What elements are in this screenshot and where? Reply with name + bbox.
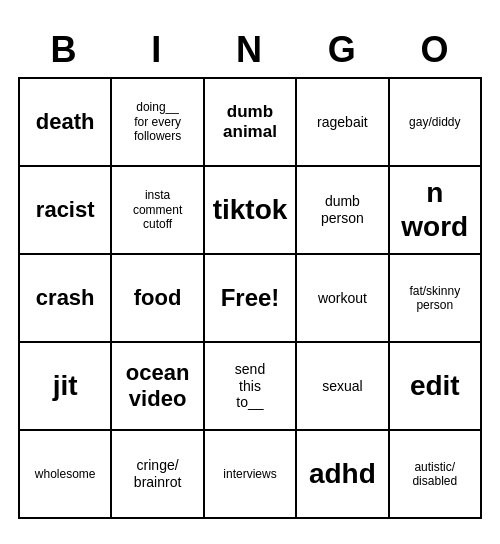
cell-content: crash bbox=[36, 285, 95, 311]
cell-content: Free! bbox=[221, 284, 280, 313]
bingo-cell: ragebait bbox=[297, 79, 389, 167]
cell-content: dumb animal bbox=[223, 102, 277, 143]
cell-content: n word bbox=[401, 176, 468, 243]
cell-content: death bbox=[36, 109, 95, 135]
bingo-cell: dumb person bbox=[297, 167, 389, 255]
header-letter: B bbox=[18, 25, 111, 77]
bingo-cell: fat/skinny person bbox=[390, 255, 482, 343]
cell-content: send this to__ bbox=[235, 361, 265, 411]
bingo-cell: insta comment cutoff bbox=[112, 167, 204, 255]
header-letter: O bbox=[389, 25, 482, 77]
cell-content: insta comment cutoff bbox=[133, 188, 182, 231]
cell-content: racist bbox=[36, 197, 95, 223]
cell-content: gay/diddy bbox=[409, 115, 460, 129]
bingo-cell: n word bbox=[390, 167, 482, 255]
bingo-cell: gay/diddy bbox=[390, 79, 482, 167]
cell-content: food bbox=[134, 285, 182, 311]
bingo-cell: racist bbox=[20, 167, 112, 255]
bingo-cell: crash bbox=[20, 255, 112, 343]
bingo-cell: send this to__ bbox=[205, 343, 297, 431]
bingo-cell: workout bbox=[297, 255, 389, 343]
bingo-cell: jit bbox=[20, 343, 112, 431]
bingo-cell: tiktok bbox=[205, 167, 297, 255]
cell-content: ocean video bbox=[126, 360, 190, 413]
bingo-cell: doing__ for every followers bbox=[112, 79, 204, 167]
bingo-cell: dumb animal bbox=[205, 79, 297, 167]
bingo-cell: wholesome bbox=[20, 431, 112, 519]
bingo-cell: Free! bbox=[205, 255, 297, 343]
header-letter: N bbox=[204, 25, 297, 77]
bingo-header: BINGO bbox=[18, 25, 482, 77]
header-letter: I bbox=[111, 25, 204, 77]
bingo-cell: adhd bbox=[297, 431, 389, 519]
bingo-grid: deathdoing__ for every followersdumb ani… bbox=[18, 77, 482, 519]
cell-content: fat/skinny person bbox=[409, 284, 460, 313]
cell-content: autistic/ disabled bbox=[412, 460, 457, 489]
bingo-cell: ocean video bbox=[112, 343, 204, 431]
header-letter: G bbox=[296, 25, 389, 77]
bingo-card: BINGO deathdoing__ for every followersdu… bbox=[10, 17, 490, 527]
cell-content: adhd bbox=[309, 457, 376, 491]
cell-content: edit bbox=[410, 369, 460, 403]
cell-content: tiktok bbox=[213, 193, 288, 227]
cell-content: sexual bbox=[322, 378, 362, 395]
bingo-cell: food bbox=[112, 255, 204, 343]
bingo-cell: edit bbox=[390, 343, 482, 431]
cell-content: cringe/ brainrot bbox=[134, 457, 181, 491]
cell-content: workout bbox=[318, 290, 367, 307]
cell-content: dumb person bbox=[321, 193, 364, 227]
cell-content: jit bbox=[53, 369, 78, 403]
bingo-cell: cringe/ brainrot bbox=[112, 431, 204, 519]
bingo-cell: autistic/ disabled bbox=[390, 431, 482, 519]
bingo-cell: sexual bbox=[297, 343, 389, 431]
cell-content: doing__ for every followers bbox=[134, 100, 181, 143]
cell-content: interviews bbox=[223, 467, 276, 481]
bingo-cell: death bbox=[20, 79, 112, 167]
cell-content: wholesome bbox=[35, 467, 96, 481]
cell-content: ragebait bbox=[317, 114, 368, 131]
bingo-cell: interviews bbox=[205, 431, 297, 519]
